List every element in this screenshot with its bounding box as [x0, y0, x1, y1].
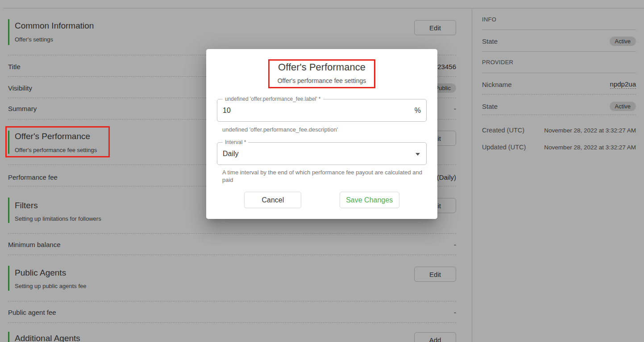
- offers-performance-dialog: Offer's Performance Offer's performance …: [206, 49, 437, 219]
- dialog-title: Offer's Performance: [270, 62, 374, 73]
- interval-value: Daily: [223, 142, 407, 165]
- performance-fee-field: undefined 'offer.performance_fee.label' …: [217, 96, 427, 122]
- performance-fee-helper: undefined 'offer.performance_fee.descrip…: [222, 126, 420, 133]
- percent-suffix: %: [415, 99, 421, 122]
- save-changes-button[interactable]: Save Changes: [340, 192, 399, 208]
- offer-settings-page: Common Information Offer's settings Edit…: [0, 0, 644, 342]
- dialog-actions: Cancel Save Changes: [206, 192, 437, 208]
- performance-fee-input[interactable]: [223, 107, 407, 115]
- interval-helper: A time interval by the end of which perf…: [222, 169, 423, 184]
- interval-select[interactable]: Interval * Daily: [217, 139, 427, 165]
- annotation-box-dialog-title: Offer's Performance Offer's performance …: [268, 59, 375, 88]
- dialog-subtitle: Offer's performance fee settings: [270, 77, 374, 84]
- annotation-box-offers-performance-section: [5, 126, 110, 157]
- cancel-button[interactable]: Cancel: [244, 192, 301, 208]
- chevron-down-icon: [415, 153, 420, 156]
